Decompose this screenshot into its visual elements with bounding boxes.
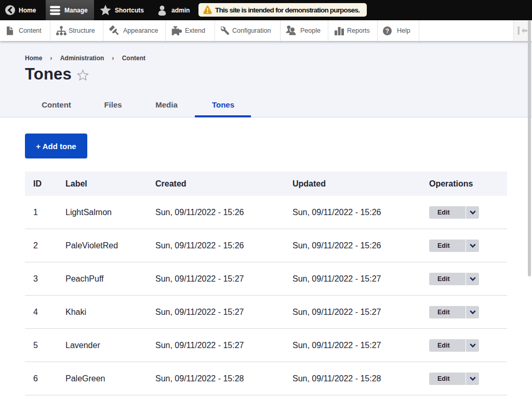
svg-text:?: ?	[385, 27, 389, 34]
